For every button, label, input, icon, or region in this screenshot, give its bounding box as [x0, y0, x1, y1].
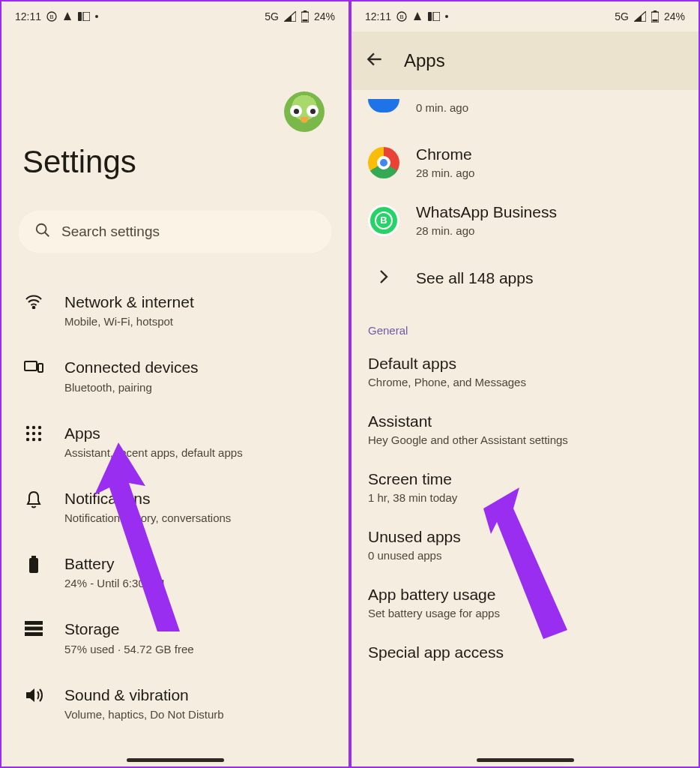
network-label: 5G [615, 10, 629, 22]
svg-point-7 [37, 224, 46, 234]
recent-app-partial[interactable]: 0 min. ago [351, 90, 699, 134]
b-circle-icon: B [396, 11, 407, 22]
general-assistant[interactable]: Assistant Hey Google and other Assistant… [351, 400, 699, 458]
whatsapp-business-icon: B [368, 205, 399, 236]
svg-text:B: B [399, 14, 403, 20]
general-app-battery-usage[interactable]: App battery usage Set battery usage for … [351, 574, 699, 632]
svg-rect-29 [433, 12, 440, 21]
svg-rect-25 [25, 632, 43, 636]
settings-item-network[interactable]: Network & internetMobile, Wi-Fi, hotspot [1, 278, 349, 343]
dot-icon [95, 15, 98, 18]
general-screen-time[interactable]: Screen time 1 hr, 38 min today [351, 458, 699, 516]
svg-line-8 [45, 232, 49, 237]
id-icon [428, 12, 440, 21]
phone-settings: 12:11 B 5G 24% Settings Search settings … [0, 0, 350, 768]
app-icon-partial [368, 90, 399, 122]
svg-point-9 [33, 307, 35, 309]
svg-rect-28 [428, 12, 432, 21]
settings-item-connected-devices[interactable]: Connected devicesBluetooth, pairing [1, 343, 349, 408]
status-bar: 12:11 B 5G 24% [1, 2, 349, 32]
app-bar: Apps [351, 32, 699, 90]
devices-icon [24, 359, 43, 377]
appbar-title: Apps [404, 50, 445, 71]
signal-icon [634, 11, 646, 22]
svg-rect-2 [78, 12, 82, 21]
search-icon [34, 222, 51, 242]
network-label: 5G [265, 10, 279, 22]
general-special-app-access[interactable]: Special app access [351, 632, 699, 674]
settings-item-battery[interactable]: Battery24% - Until 6:30 PM [1, 539, 349, 604]
battery-percent: 24% [664, 10, 685, 22]
svg-rect-21 [31, 556, 36, 558]
svg-rect-23 [25, 621, 43, 625]
settings-list: Network & internetMobile, Wi-Fi, hotspot… [1, 278, 349, 736]
bell-icon [25, 490, 42, 512]
svg-text:B: B [49, 14, 53, 20]
recent-app-whatsapp-business[interactable]: B WhatsApp Business28 min. ago [351, 191, 699, 249]
phone-apps: 12:11 B 5G 24% Apps 0 min. ago Chrome28 … [350, 0, 700, 768]
nav-triangle-icon [412, 11, 423, 22]
search-placeholder: Search settings [61, 224, 160, 240]
settings-item-sound[interactable]: Sound & vibrationVolume, haptics, Do Not… [1, 670, 349, 736]
storage-icon [25, 621, 43, 639]
settings-item-storage[interactable]: Storage57% used · 54.72 GB free [1, 604, 349, 670]
svg-point-13 [32, 425, 35, 428]
svg-rect-22 [29, 558, 38, 573]
id-icon [78, 12, 90, 21]
settings-item-notifications[interactable]: NotificationsNotification history, conve… [1, 474, 349, 539]
settings-item-apps[interactable]: AppsAssistant, recent apps, default apps [1, 409, 349, 474]
svg-point-17 [38, 431, 41, 434]
battery-icon [651, 10, 659, 22]
svg-point-20 [38, 437, 41, 440]
status-time: 12:11 [365, 10, 391, 22]
recent-app-chrome[interactable]: Chrome28 min. ago [351, 134, 699, 191]
dot-icon [445, 15, 448, 18]
svg-point-12 [26, 425, 29, 428]
nav-triangle-icon [62, 11, 73, 22]
volume-icon [25, 687, 43, 706]
home-indicator[interactable] [127, 758, 224, 762]
svg-point-16 [32, 431, 35, 434]
chrome-icon [368, 147, 399, 178]
svg-rect-10 [25, 362, 37, 370]
svg-rect-24 [25, 627, 43, 631]
see-all-apps[interactable]: See all 148 apps [351, 249, 699, 308]
search-settings[interactable]: Search settings [18, 210, 332, 254]
battery-icon [301, 10, 309, 22]
svg-point-18 [26, 437, 29, 440]
wifi-icon [24, 294, 43, 312]
svg-rect-6 [302, 20, 307, 22]
svg-point-14 [38, 425, 41, 428]
battery-full-icon [28, 556, 39, 577]
b-circle-icon: B [46, 11, 57, 22]
apps-grid-icon [25, 425, 42, 445]
status-time: 12:11 [15, 10, 41, 22]
svg-rect-32 [652, 20, 657, 22]
status-bar: 12:11 B 5G 24% [351, 2, 699, 32]
chevron-right-icon [378, 268, 389, 288]
general-unused-apps[interactable]: Unused apps 0 unused apps [351, 516, 699, 574]
svg-rect-11 [38, 364, 43, 372]
battery-percent: 24% [314, 10, 335, 22]
home-indicator[interactable] [477, 758, 574, 762]
svg-rect-3 [83, 12, 90, 21]
apps-content: 0 min. ago Chrome28 min. ago B WhatsApp … [351, 90, 699, 704]
svg-point-19 [32, 437, 35, 440]
page-title: Settings [22, 144, 349, 180]
section-general: General [351, 308, 699, 343]
signal-icon [284, 11, 296, 22]
profile-avatar[interactable] [284, 92, 325, 132]
general-default-apps[interactable]: Default apps Chrome, Phone, and Messages [351, 343, 699, 400]
back-button[interactable] [365, 50, 384, 72]
svg-point-15 [26, 431, 29, 434]
